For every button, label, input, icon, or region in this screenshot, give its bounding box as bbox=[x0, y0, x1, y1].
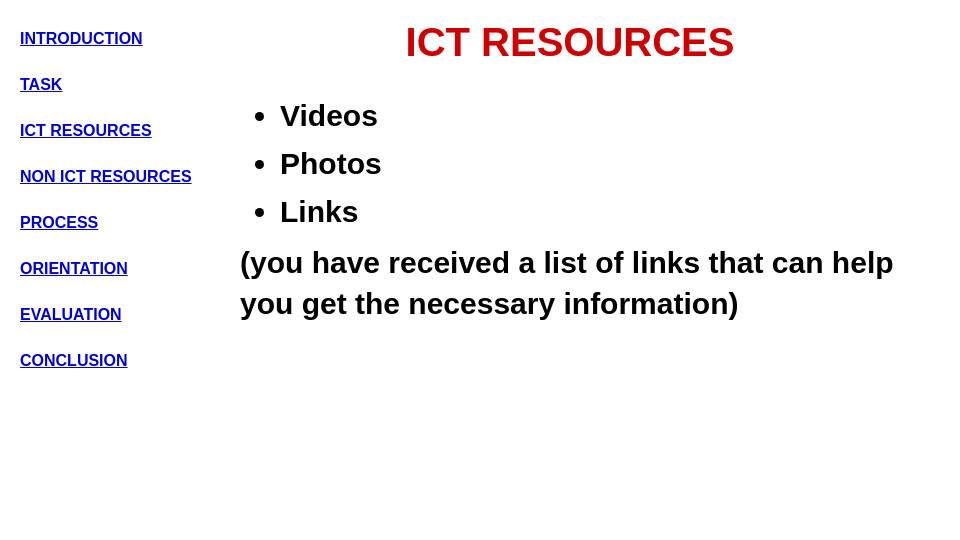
main-content: ICT RESOURCES VideosPhotosLinks (you hav… bbox=[220, 20, 940, 520]
sidebar-item-evaluation[interactable]: EVALUATION bbox=[20, 306, 220, 324]
sidebar-item-orientation[interactable]: ORIENTATION bbox=[20, 260, 220, 278]
page-title: ICT RESOURCES bbox=[240, 20, 900, 65]
sidebar-item-non-ict-resources[interactable]: NON ICT RESOURCES bbox=[20, 168, 220, 186]
sidebar-item-introduction[interactable]: INTRODUCTION bbox=[20, 30, 220, 48]
sidebar-item-process[interactable]: PROCESS bbox=[20, 214, 220, 232]
bullet-list: VideosPhotosLinks bbox=[240, 95, 940, 233]
bullet-item: Videos bbox=[280, 95, 940, 137]
content-body: VideosPhotosLinks (you have received a l… bbox=[240, 95, 940, 324]
bullet-item: Photos bbox=[280, 143, 940, 185]
extra-text: (you have received a list of links that … bbox=[240, 243, 940, 324]
sidebar: INTRODUCTIONTASKICT RESOURCESNON ICT RES… bbox=[20, 20, 220, 520]
bullet-item: Links bbox=[280, 191, 940, 233]
sidebar-item-ict-resources[interactable]: ICT RESOURCES bbox=[20, 122, 220, 140]
page-container: INTRODUCTIONTASKICT RESOURCESNON ICT RES… bbox=[0, 0, 960, 540]
sidebar-item-conclusion[interactable]: CONCLUSION bbox=[20, 352, 220, 370]
sidebar-item-task[interactable]: TASK bbox=[20, 76, 220, 94]
